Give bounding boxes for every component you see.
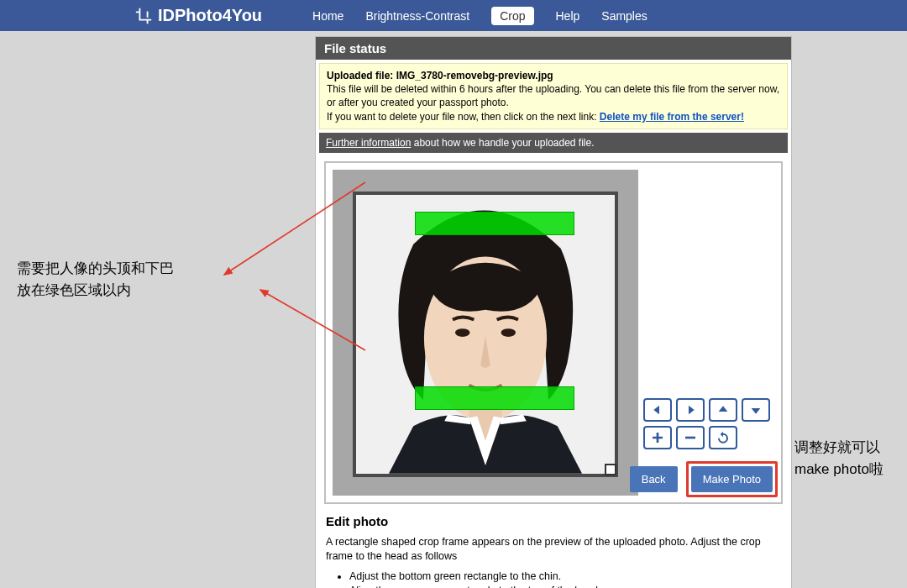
uploaded-photo bbox=[356, 195, 615, 474]
nav-home[interactable]: Home bbox=[312, 9, 343, 23]
move-right-button[interactable] bbox=[676, 398, 705, 422]
arrow-down-icon bbox=[749, 403, 763, 417]
edit-photo-intro: A rectangle shaped crop frame appears on… bbox=[326, 535, 781, 564]
move-down-button[interactable] bbox=[742, 398, 770, 422]
uploaded-file-label: Uploaded file: IMG_3780-removebg-preview… bbox=[327, 70, 553, 81]
nav-help[interactable]: Help bbox=[556, 9, 580, 23]
plus-icon bbox=[651, 431, 664, 444]
edit-bullet: Align the upper green rectangle to the t… bbox=[349, 584, 781, 588]
page-stage: File status Uploaded file: IMG_3780-remo… bbox=[0, 31, 907, 588]
nav-crop[interactable]: Crop bbox=[491, 7, 533, 25]
further-information-bar: Further information about how we handle … bbox=[319, 133, 788, 153]
make-photo-button[interactable]: Make Photo bbox=[691, 466, 773, 492]
crop-guide-bottom[interactable] bbox=[415, 386, 574, 410]
edit-photo-bullets: Adjust the bottom green rectangle to the… bbox=[349, 570, 781, 588]
crop-controls bbox=[643, 398, 776, 449]
further-information-link[interactable]: Further information bbox=[326, 137, 411, 149]
delete-now-prefix: If you want to delete your file now, the… bbox=[327, 111, 600, 123]
annotation-left: 需要把人像的头顶和下巴 放在绿色区域以内 bbox=[17, 258, 210, 301]
edit-photo-section: Edit photo A rectangle shaped crop frame… bbox=[326, 512, 781, 588]
crop-guide-top[interactable] bbox=[415, 212, 574, 235]
nav-samples[interactable]: Samples bbox=[601, 9, 647, 23]
main-panel: File status Uploaded file: IMG_3780-remo… bbox=[315, 36, 792, 588]
back-button[interactable]: Back bbox=[630, 466, 678, 492]
edit-photo-heading: Edit photo bbox=[326, 512, 781, 530]
crop-inner-frame[interactable] bbox=[353, 192, 618, 477]
navbar: IDPhoto4You Home Brightness-Contrast Cro… bbox=[0, 0, 907, 31]
svg-point-3 bbox=[455, 328, 470, 337]
move-left-button[interactable] bbox=[643, 398, 672, 422]
make-photo-highlight: Make Photo bbox=[686, 461, 778, 497]
brand-text: IDPhoto4You bbox=[158, 6, 262, 25]
annotation-right: 调整好就可以 make photo啦 bbox=[794, 437, 904, 480]
crop-card: Back Make Photo bbox=[324, 161, 783, 504]
file-status-header: File status bbox=[316, 37, 791, 60]
edit-bullet: Adjust the bottom green rectangle to the… bbox=[349, 570, 781, 585]
crop-resize-handle[interactable] bbox=[605, 464, 616, 475]
deletion-note: This file will be deleted within 6 hours… bbox=[327, 83, 779, 108]
zoom-in-button[interactable] bbox=[643, 426, 672, 449]
rotate-button[interactable] bbox=[709, 426, 737, 449]
brand-logo[interactable]: IDPhoto4You bbox=[134, 6, 262, 25]
file-status-box: Uploaded file: IMG_3780-removebg-preview… bbox=[319, 63, 788, 129]
minus-icon bbox=[684, 431, 697, 444]
zoom-out-button[interactable] bbox=[676, 426, 705, 449]
crop-outer-frame[interactable] bbox=[333, 170, 638, 496]
rotate-icon bbox=[716, 431, 730, 444]
arrow-left-icon bbox=[651, 403, 664, 417]
svg-point-4 bbox=[501, 328, 516, 337]
arrow-right-icon bbox=[684, 403, 697, 417]
nav-items: Home Brightness-Contrast Crop Help Sampl… bbox=[312, 7, 647, 25]
crop-icon bbox=[134, 7, 153, 25]
crop-action-row: Back Make Photo bbox=[630, 461, 778, 497]
nav-brightness-contrast[interactable]: Brightness-Contrast bbox=[365, 9, 469, 23]
delete-file-link[interactable]: Delete my file from the server! bbox=[600, 111, 744, 123]
move-up-button[interactable] bbox=[709, 398, 737, 422]
arrow-up-icon bbox=[716, 403, 730, 417]
